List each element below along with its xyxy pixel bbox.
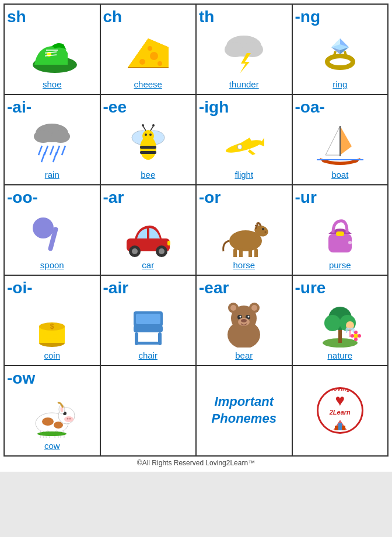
cell-ur: -ur purse (293, 185, 389, 276)
svg-rect-71 (254, 248, 258, 257)
svg-point-116 (354, 338, 358, 341)
icon-bear (199, 300, 289, 349)
cell-ai: -ai- rain (5, 95, 101, 185)
cell-ee: -ee (101, 95, 197, 185)
icon-chair (103, 300, 194, 349)
svg-point-58 (33, 217, 54, 238)
svg-rect-65 (167, 241, 170, 245)
svg-rect-69 (239, 248, 243, 257)
phoneme-ear: -ear (199, 279, 229, 297)
word-horse: horse (233, 260, 255, 270)
icon-spoon (7, 209, 97, 259)
svg-point-118 (351, 334, 354, 338)
phoneme-oa: -oa- (295, 99, 325, 117)
cell-logo: Loving ♥ 2Learn www.loving2learn.com (293, 366, 389, 457)
phoneme-ar: -ar (103, 189, 124, 207)
cell-sh: sh shoe (5, 5, 101, 95)
svg-point-73 (265, 231, 267, 233)
word-chair: chair (138, 350, 158, 360)
svg-point-43 (145, 134, 147, 136)
svg-point-110 (324, 315, 341, 331)
svg-point-42 (142, 130, 154, 142)
svg-point-124 (67, 418, 69, 420)
svg-point-100 (251, 305, 257, 311)
svg-point-123 (64, 416, 74, 422)
cell-ar: -ar car (101, 185, 197, 276)
icon-cheese (103, 29, 194, 78)
svg-point-115 (354, 331, 358, 334)
icon-thunder (199, 29, 289, 78)
svg-point-18 (327, 56, 353, 68)
svg-point-125 (69, 418, 71, 420)
cell-oo: -oo- spoon (5, 185, 101, 276)
svg-point-106 (241, 319, 247, 322)
phoneme-ch: ch (103, 8, 123, 26)
svg-marker-55 (340, 126, 352, 155)
cell-empty-1 (101, 366, 197, 457)
cell-ow: -ow (5, 366, 101, 457)
phoneme-igh: -igh (199, 99, 229, 117)
svg-rect-137 (342, 426, 345, 430)
phoneme-sh: sh (7, 8, 26, 26)
word-shoe: shoe (43, 79, 62, 89)
cell-igh: -igh flight (197, 95, 293, 185)
word-spoon: spoon (40, 260, 64, 270)
icon-rain (7, 119, 97, 169)
phoneme-or: -or (199, 189, 220, 207)
svg-point-9 (139, 59, 145, 65)
word-cow: cow (44, 441, 60, 451)
cell-ng: -ng ring (293, 5, 389, 95)
svg-rect-74 (328, 234, 352, 252)
svg-point-98 (230, 305, 236, 311)
logo-circle: Loving ♥ 2Learn www.loving2learn.com (317, 387, 363, 434)
logo-text-learn: 2Learn (330, 409, 351, 416)
svg-point-10 (158, 61, 162, 66)
svg-point-78 (354, 244, 356, 247)
svg-line-35 (41, 152, 45, 162)
cell-oi: -oi- $ coin (5, 276, 101, 366)
icon-nature (295, 300, 386, 349)
svg-point-77 (352, 237, 355, 240)
svg-text:$: $ (50, 322, 54, 331)
logo-url: www.loving2learn.com (323, 432, 358, 433)
word-car: car (142, 260, 154, 270)
icon-flight (199, 119, 289, 169)
svg-rect-135 (338, 423, 342, 430)
footer-text: ©All Rights Reserved Loving2Learn™ (4, 457, 388, 468)
logo-graphic (330, 417, 350, 431)
word-thunder: thunder (229, 79, 259, 89)
svg-rect-75 (336, 231, 344, 236)
cell-ch: ch cheese (101, 5, 197, 95)
phonemes-grid: sh shoe ch (4, 3, 388, 457)
svg-rect-40 (140, 146, 156, 149)
word-rain: rain (45, 170, 60, 180)
svg-point-120 (42, 417, 54, 426)
phoneme-oo: -oo- (7, 189, 38, 207)
icon-cow (7, 390, 97, 440)
svg-point-11 (148, 46, 152, 51)
phoneme-th: th (199, 8, 214, 26)
phoneme-ai: -ai- (7, 99, 32, 117)
word-boat: boat (331, 170, 348, 180)
word-flight: flight (235, 170, 253, 180)
svg-line-46 (150, 126, 153, 131)
svg-line-30 (38, 146, 42, 155)
phoneme-air: -air (103, 279, 129, 297)
svg-point-72 (262, 228, 264, 230)
cell-air: -air chair (101, 276, 197, 366)
svg-point-133 (37, 431, 66, 436)
svg-point-48 (152, 124, 155, 127)
svg-line-34 (62, 146, 65, 155)
svg-point-114 (354, 334, 358, 338)
cell-oa: -oa- boat (293, 95, 389, 185)
word-nature: nature (327, 350, 352, 360)
svg-rect-16 (230, 50, 257, 55)
word-bee: bee (141, 170, 155, 180)
word-purse: purse (329, 260, 351, 270)
svg-rect-136 (335, 426, 338, 430)
svg-point-64 (159, 248, 164, 254)
icon-purse (295, 209, 386, 259)
word-bear: bear (235, 350, 253, 360)
svg-line-32 (50, 146, 54, 155)
phoneme-ee: -ee (103, 99, 127, 117)
